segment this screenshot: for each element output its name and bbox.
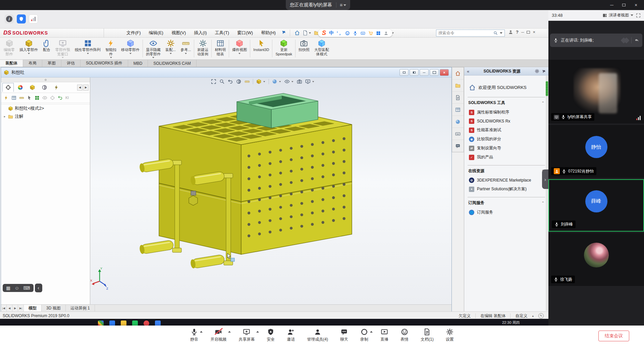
invite-button[interactable]: 邀请 — [287, 328, 295, 342]
cmd-component-preview[interactable]: 零部件预览窗口 — [53, 38, 72, 59]
menu-insert[interactable]: 插入(I) — [190, 29, 211, 37]
video-options-caret[interactable] — [228, 331, 231, 333]
task-pane-scrollbar[interactable] — [546, 76, 548, 311]
tab-addins[interactable]: SOLIDWORKS 插件 — [80, 60, 128, 67]
taskpane-design-library-tab[interactable] — [452, 80, 464, 92]
new-document-button[interactable] — [302, 30, 312, 36]
tab-mbd[interactable]: MBD — [128, 60, 148, 67]
tab-featuremanager[interactable] — [2, 83, 14, 92]
doc-split-button[interactable] — [410, 69, 419, 76]
sw-restore[interactable] — [527, 31, 530, 34]
docs-button[interactable]: 文档(1) — [421, 328, 434, 342]
tree-annotations[interactable]: ▸ 注解 — [1, 112, 90, 120]
status-custom[interactable]: 自定义 — [515, 313, 527, 319]
filter-ki-icon[interactable]: KI — [65, 96, 69, 100]
ime-emoji-icon[interactable] — [345, 31, 350, 36]
item-subscription-service[interactable]: 🌐订阅服务 — [468, 208, 544, 217]
tab-propertymanager[interactable] — [14, 83, 26, 92]
cmd-bill-of-materials[interactable]: 材料明细表 — [212, 38, 228, 59]
return-icon[interactable] — [634, 38, 639, 43]
status-caret[interactable]: ▴ — [532, 314, 534, 317]
share-options-caret[interactable] — [256, 331, 259, 333]
taskbar-app-icon[interactable] — [109, 321, 115, 326]
menu-view[interactable]: 视图(V) — [167, 29, 190, 37]
cmd-linear-pattern[interactable]: 线性零部件阵列 — [72, 38, 103, 59]
graphics-viewport[interactable]: Y X Z — [90, 78, 451, 304]
collapse-pane-button[interactable]: « — [467, 69, 469, 74]
login-user-icon[interactable] — [508, 30, 513, 35]
menu-tools[interactable]: 工具(T) — [211, 29, 233, 37]
panel-splitter[interactable] — [1, 78, 90, 82]
gallery-view-icon[interactable]: ▦ — [6, 285, 10, 291]
item-solidworks-rx[interactable]: SSOLIDWORKS Rx — [468, 117, 544, 126]
manage-members-button[interactable]: 管理成员(4) — [307, 328, 328, 342]
ime-grid-icon[interactable] — [376, 31, 381, 36]
item-property-tab-builder[interactable]: S属性标签编制程序 — [468, 108, 544, 117]
cmd-smart-fasteners[interactable]: 智能扣件 — [103, 38, 119, 59]
participant-tile-screenshare[interactable]: lyf的屏幕共享 — [548, 60, 644, 124]
keyboard-icon[interactable]: ⌨ — [23, 285, 30, 291]
tab-layout[interactable]: 布局 — [23, 60, 42, 67]
network-signal-button[interactable] — [29, 14, 38, 23]
menu-edit[interactable]: 编辑(E) — [145, 29, 167, 37]
item-copy-settings-wizard[interactable]: ⇄复制设置向导 — [468, 144, 544, 153]
settings-button[interactable]: 设置 — [446, 328, 454, 342]
cmd-take-snapshot[interactable]: 拍快照 — [296, 38, 312, 59]
3d-model[interactable]: Y X Z — [90, 78, 451, 304]
ime-keyboard-icon[interactable] — [361, 31, 365, 36]
filter-flyout-icon[interactable] — [4, 95, 9, 100]
cmd-new-motion-study[interactable]: 新建运动算例 — [195, 38, 211, 59]
cmd-exploded-view[interactable]: 爆炸视图 — [230, 38, 249, 59]
doc-cascade-button[interactable] — [399, 69, 409, 76]
pane-pin-icon[interactable] — [540, 68, 546, 74]
participant-tile-xufeiyang[interactable]: 徐飞扬 — [548, 233, 644, 286]
record-button[interactable]: 录制 — [360, 328, 368, 342]
cmd-mate[interactable]: 配合 — [40, 38, 53, 59]
banner-menu-button[interactable]: ≡ — [336, 2, 346, 8]
taskpane-view-palette-tab[interactable] — [452, 104, 464, 116]
close-button[interactable]: × — [630, 0, 642, 10]
watching-banner[interactable]: 您正在观看lyf的屏幕 ≡ — [286, 0, 350, 10]
tab-displaymanager[interactable] — [51, 83, 62, 92]
tab-configurationmanager[interactable] — [26, 83, 38, 92]
menu-help[interactable]: 帮助(H) — [257, 29, 280, 37]
tree-root-assembly[interactable]: 和想吐<模式2> — [1, 104, 90, 112]
filter-measure-icon[interactable] — [19, 95, 24, 100]
command-search[interactable]: 搜索命令 — [436, 30, 505, 37]
taskpane-forum-tab[interactable] — [452, 140, 464, 152]
home-button[interactable] — [293, 30, 301, 36]
doc-maximize-button[interactable] — [430, 69, 439, 76]
filter-target-icon[interactable] — [50, 95, 55, 100]
cmd-reference-geometry[interactable]: 参考... — [178, 38, 193, 59]
tab-model[interactable]: 模型 — [24, 305, 42, 311]
mute-button[interactable]: 静音 — [190, 328, 198, 342]
tab-nav-next[interactable]: ▶ — [12, 305, 18, 311]
item-my-products[interactable]: ✓我的产品 — [468, 153, 544, 162]
search-scope-caret[interactable] — [500, 32, 502, 34]
info-button[interactable]: i — [5, 14, 14, 23]
menu-window[interactable]: 窗口(W) — [233, 29, 257, 37]
tab-assembly[interactable]: 装配体 — [0, 60, 23, 67]
taskbar-app-icon[interactable] — [98, 321, 104, 326]
mute-options-caret[interactable] — [200, 331, 203, 333]
tab-motion-study[interactable]: 运动算例 1 — [66, 305, 95, 311]
cmd-large-assembly-mode[interactable]: 大型装配体模式 — [312, 38, 331, 59]
reactions-button[interactable]: 表情 — [400, 328, 409, 342]
emoji-icon[interactable]: ☺ — [14, 285, 19, 291]
share-screen-button[interactable]: 共享屏幕 — [238, 328, 255, 342]
filter-grab-icon[interactable] — [35, 95, 40, 100]
filter-window-icon[interactable] — [11, 95, 16, 100]
tab-nav-last[interactable]: ▶| — [18, 305, 24, 311]
tab-nav-prev[interactable]: ◀ — [7, 305, 12, 311]
collapse-mini-toolbar[interactable]: ‹ — [35, 284, 42, 292]
tab-nav-first[interactable]: |◀ — [1, 305, 7, 311]
item-compare-score[interactable]: ◉比较我的评分 — [468, 135, 544, 144]
fullscreen-icon[interactable] — [636, 13, 641, 18]
live-stream-button[interactable]: 直播 — [380, 328, 388, 342]
filter-orbit-icon[interactable] — [58, 95, 63, 100]
item-partner-solutions[interactable]: ✦Partner Solutions(解决方案) — [468, 185, 544, 194]
filter-select-icon[interactable] — [27, 95, 32, 100]
taskbar-wechat-icon[interactable] — [132, 321, 138, 326]
sidebar-toggle[interactable]: › — [542, 169, 548, 189]
cmd-update-speedpak[interactable]: 更新Speedpak — [273, 38, 294, 59]
